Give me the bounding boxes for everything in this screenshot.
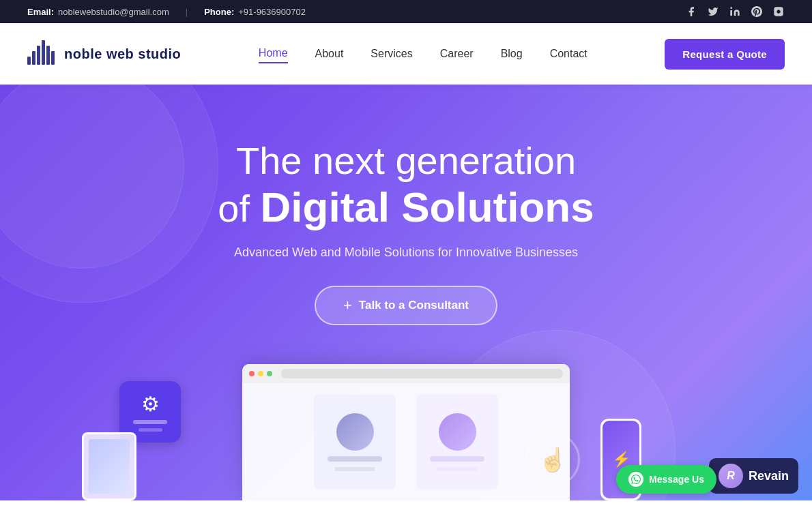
hero-title-prefix: of: [218, 187, 250, 230]
plus-icon: +: [343, 298, 352, 313]
profile-avatar-2: [439, 413, 476, 451]
svg-rect-3: [27, 57, 31, 65]
revain-label: Revain: [749, 469, 789, 483]
twitter-icon[interactable]: [707, 5, 719, 18]
logo[interactable]: noble web studio: [27, 43, 181, 65]
navbar: noble web studio Home About Services Car…: [0, 23, 812, 85]
consultant-button[interactable]: + Talk to a Consultant: [315, 286, 497, 325]
svg-rect-4: [32, 51, 35, 65]
svg-rect-7: [46, 46, 50, 65]
nav-career[interactable]: Career: [440, 45, 474, 63]
hero-title-line1: The next generation: [218, 139, 594, 183]
whatsapp-icon: [628, 472, 643, 487]
instagram-icon[interactable]: [772, 5, 785, 18]
nav-home[interactable]: Home: [259, 44, 288, 63]
pinterest-icon[interactable]: [751, 5, 763, 18]
profile-card: [314, 394, 396, 490]
settings-icon: ⚙: [141, 392, 160, 416]
logo-icon: [27, 43, 57, 65]
browser-dot-red: [249, 371, 255, 376]
phone-value: +91-9636900702: [238, 7, 306, 17]
tablet-screen: [89, 439, 130, 494]
browser-address-bar: [281, 369, 563, 378]
browser-dot-yellow: [258, 371, 263, 376]
topbar-contacts: Email: noblewebstudio@gmail.com | Phone:…: [27, 7, 306, 17]
hero-title: The next generation of Digital Solutions: [218, 139, 594, 232]
topbar-email: Email: noblewebstudio@gmail.com: [27, 7, 169, 17]
message-us-label: Message Us: [649, 474, 704, 485]
browser-bar: [242, 364, 570, 383]
svg-rect-5: [37, 46, 40, 65]
monitor-line-sm: [139, 428, 162, 432]
hero-title-line2: of Digital Solutions: [218, 183, 594, 231]
profile-line-3: [430, 456, 484, 462]
social-links: [685, 5, 785, 18]
topbar: Email: noblewebstudio@gmail.com | Phone:…: [0, 0, 812, 23]
topbar-phone: Phone: +91-9636900702: [204, 7, 306, 17]
phone-label: Phone:: [204, 7, 234, 17]
profile-line-4: [437, 467, 478, 471]
fingerprint-icon: ☝: [525, 432, 580, 487]
hero-section: The next generation of Digital Solutions…: [0, 85, 812, 500]
hero-title-bold: Digital Solutions: [261, 183, 594, 230]
hero-cta: + Talk to a Consultant: [315, 286, 497, 325]
svg-point-0: [730, 7, 732, 9]
browser-dot-green: [267, 371, 272, 376]
browser-mockup: [242, 364, 570, 500]
email-value: noblewebstudio@gmail.com: [58, 7, 169, 17]
email-label: Email:: [27, 7, 54, 17]
nav-links: Home About Services Career Blog Contact: [259, 44, 588, 63]
linkedin-icon[interactable]: [729, 5, 741, 18]
profile-line-2: [334, 467, 375, 471]
profile-line-1: [328, 456, 382, 462]
nav-services[interactable]: Services: [371, 45, 412, 63]
monitor-line: [133, 420, 167, 424]
browser-content: [242, 383, 570, 500]
hero-subtitle: Advanced Web and Mobile Solutions for In…: [234, 245, 578, 260]
profile-avatar: [336, 413, 374, 451]
svg-rect-8: [51, 51, 55, 65]
nav-blog[interactable]: Blog: [501, 45, 523, 63]
logo-text: noble web studio: [64, 46, 181, 62]
security-icon-wrap: ☝: [525, 432, 580, 487]
revain-icon: R: [719, 464, 743, 488]
facebook-icon[interactable]: [685, 5, 697, 18]
svg-rect-6: [42, 40, 45, 65]
consultant-label: Talk to a Consultant: [359, 299, 469, 312]
nav-contact[interactable]: Contact: [550, 45, 588, 63]
revain-badge: R Revain: [709, 458, 798, 494]
whatsapp-message-button[interactable]: Message Us: [616, 465, 716, 494]
nav-about[interactable]: About: [315, 45, 344, 63]
topbar-divider: |: [186, 7, 188, 17]
tablet-mockup: [82, 432, 136, 500]
request-quote-button[interactable]: Request a Quote: [665, 39, 785, 70]
profile-card-2: [416, 394, 498, 490]
